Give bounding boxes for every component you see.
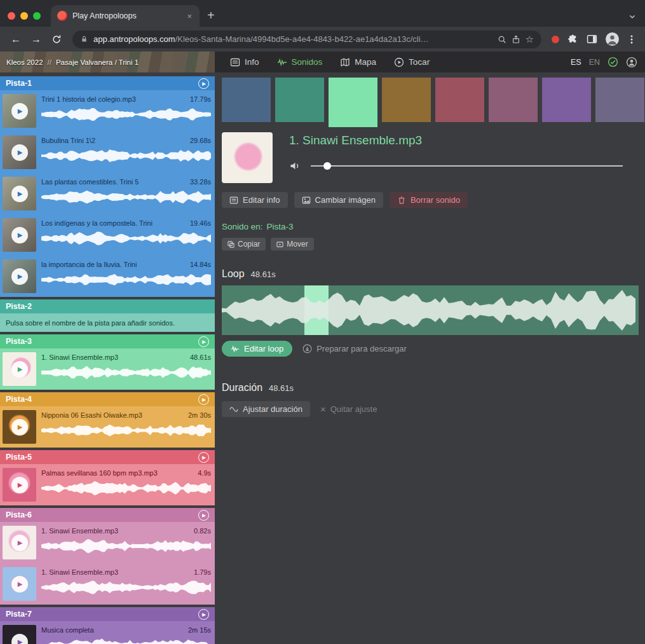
account-icon[interactable]	[626, 57, 637, 68]
play-icon[interactable]: ▶	[11, 361, 28, 378]
close-window-button[interactable]	[8, 12, 15, 20]
play-icon[interactable]: ▶	[11, 634, 28, 644]
zoom-icon[interactable]	[498, 35, 506, 44]
sound-item[interactable]: ▶ Las plantas comestibles. Trini 5 33.28…	[0, 173, 215, 214]
edit-loop-button[interactable]: Editar loop	[222, 341, 292, 357]
forward-button[interactable]: →	[27, 31, 46, 48]
remove-adjust-button[interactable]: × Quitar ajuste	[320, 404, 377, 414]
sound-item[interactable]: ▶ Nipponia 06 Esashi Oiwake.mp3 2m 30s	[0, 406, 215, 448]
sound-thumbnail[interactable]: ▶	[3, 625, 36, 644]
reload-button[interactable]	[47, 31, 66, 48]
play-icon[interactable]: ▶	[11, 419, 28, 435]
fullscreen-window-button[interactable]	[33, 12, 41, 20]
track-play-button[interactable]: ▶	[198, 452, 209, 463]
lang-en[interactable]: EN	[589, 58, 600, 67]
track-play-button[interactable]: ▶	[198, 336, 209, 347]
sound-item[interactable]: ▶ la importancia de la lluvia. Trini 14.…	[0, 256, 215, 297]
sound-thumbnail[interactable]: ▶	[3, 135, 36, 169]
delete-sound-button[interactable]: Borrar sonido	[390, 192, 468, 208]
change-image-button[interactable]: Cambiar imágen	[294, 192, 383, 208]
sound-item[interactable]: ▶ Los indígenas y la compostela. Trini 1…	[0, 214, 215, 256]
new-tab-button[interactable]: +	[207, 9, 215, 22]
volume-slider[interactable]	[311, 161, 623, 170]
nav-sonidos[interactable]: Sonidos	[277, 57, 323, 67]
bookmark-star-icon[interactable]: ☆	[526, 34, 534, 45]
sound-item-selected[interactable]: ▶ 1. Sinawi Ensemble.mp3 48.61s	[0, 348, 215, 390]
track-header[interactable]: Pista-7 ▶	[0, 607, 215, 621]
sound-item[interactable]: ▶ 1. Sinawi Ensemble.mp3 1.79s	[0, 563, 215, 605]
breadcrumb-project[interactable]: Kleos 2022	[6, 58, 43, 66]
browser-tab[interactable]: Play Antropoloops ×	[51, 5, 200, 27]
play-icon[interactable]: ▶	[11, 227, 28, 243]
breadcrumb-path[interactable]: Pasaje Valvanera / Trini 1	[56, 58, 139, 66]
sound-thumbnail[interactable]: ▶	[3, 259, 36, 293]
minimize-window-button[interactable]	[20, 12, 28, 20]
play-icon[interactable]: ▶	[11, 576, 28, 593]
volume-slider-thumb[interactable]	[323, 162, 331, 170]
track-header[interactable]: Pista-3 ▶	[0, 334, 215, 348]
track-header[interactable]: Pista-4 ▶	[0, 392, 215, 406]
swatch-track-2[interactable]	[275, 78, 324, 122]
track-play-button[interactable]: ▶	[198, 78, 209, 89]
tab-close-icon[interactable]: ×	[186, 11, 193, 22]
sound-thumbnail[interactable]: ▶	[3, 567, 36, 601]
swatch-track-7[interactable]	[542, 78, 591, 122]
play-icon[interactable]: ▶	[11, 103, 28, 120]
track-play-button[interactable]: ▶	[198, 510, 209, 521]
play-icon[interactable]: ▶	[11, 477, 28, 493]
adjust-duration-button[interactable]: Ajustar duración	[222, 401, 310, 417]
recording-extension-icon[interactable]	[552, 36, 559, 43]
play-icon[interactable]: ▶	[11, 268, 28, 285]
edit-info-button[interactable]: Editar info	[222, 192, 288, 208]
swatch-track-3-selected[interactable]	[329, 78, 377, 127]
sound-item[interactable]: ▶ Bubulina Trini 1\2 29.68s	[0, 132, 215, 173]
tab-search-chevron-icon[interactable]	[628, 13, 636, 20]
browser-menu-icon[interactable]	[627, 34, 636, 45]
track-header[interactable]: Pista-6 ▶	[0, 508, 215, 522]
nav-tocar[interactable]: Tocar	[394, 57, 430, 67]
sound-item[interactable]: ▶ Palmas sevillanas 160 bpm mp3.mp3 4.9s	[0, 464, 215, 505]
swatch-track-6[interactable]	[489, 78, 538, 122]
back-button[interactable]: ←	[6, 31, 25, 48]
track-header[interactable]: Pista-5 ▶	[0, 450, 215, 464]
sound-thumbnail[interactable]: ▶	[3, 410, 36, 444]
lang-es[interactable]: ES	[571, 58, 581, 67]
nav-info[interactable]: Info	[230, 57, 259, 67]
track-play-button[interactable]: ▶	[198, 609, 209, 620]
move-button[interactable]: Mover	[271, 238, 313, 250]
side-panel-icon[interactable]	[587, 34, 597, 45]
prepare-download-button[interactable]: Preparar para descargar	[302, 344, 407, 353]
sound-item[interactable]: ▶ Trini 1 historia del colegio.mp3 17.79…	[0, 90, 215, 132]
swatch-track-8[interactable]	[595, 78, 644, 122]
extensions-puzzle-icon[interactable]	[567, 34, 578, 45]
nav-mapa[interactable]: Mapa	[340, 57, 376, 67]
breadcrumb[interactable]: Kleos 2022 // Pasaje Valvanera / Trini 1	[0, 51, 215, 72]
sound-thumbnail[interactable]: ▶	[3, 94, 36, 128]
profile-avatar[interactable]	[606, 32, 619, 46]
sound-item[interactable]: ▶ Musica completa 2m 15s	[0, 621, 215, 644]
copy-button[interactable]: Copiar	[222, 238, 266, 250]
sound-thumbnail[interactable]: ▶	[3, 218, 36, 252]
track-header[interactable]: Pista-2	[0, 299, 215, 313]
play-icon[interactable]: ▶	[11, 535, 28, 551]
track-header[interactable]: Pista-1 ▶	[0, 76, 215, 90]
sound-thumbnail[interactable]: ▶	[3, 177, 36, 210]
app-nav: Info Sonidos Mapa Tocar	[215, 51, 430, 72]
url-bar[interactable]: app.antropoloops.com/Kleos-Santa-Marina/…	[72, 31, 541, 48]
sound-item[interactable]: ▶ 1. Sinawi Ensemble.mp3 0.82s	[0, 522, 215, 563]
sound-image[interactable]	[222, 132, 273, 183]
play-icon[interactable]: ▶	[11, 186, 28, 202]
track-play-button[interactable]: ▶	[198, 394, 209, 405]
share-icon[interactable]	[512, 35, 520, 44]
sound-thumbnail[interactable]: ▶	[3, 352, 36, 386]
swatch-track-4[interactable]	[382, 78, 431, 122]
track-link[interactable]: Pista-3	[267, 222, 294, 231]
loop-waveform[interactable]	[222, 285, 639, 335]
track-pista-5: Pista-5 ▶ ▶ Palmas sevillanas 160 bpm mp…	[0, 450, 215, 505]
sound-thumbnail[interactable]: ▶	[3, 526, 36, 559]
breadcrumb-separator: //	[48, 58, 51, 66]
swatch-track-1[interactable]	[222, 78, 271, 122]
sound-thumbnail[interactable]: ▶	[3, 468, 36, 502]
swatch-track-5[interactable]	[435, 78, 484, 122]
play-icon[interactable]: ▶	[11, 144, 28, 161]
